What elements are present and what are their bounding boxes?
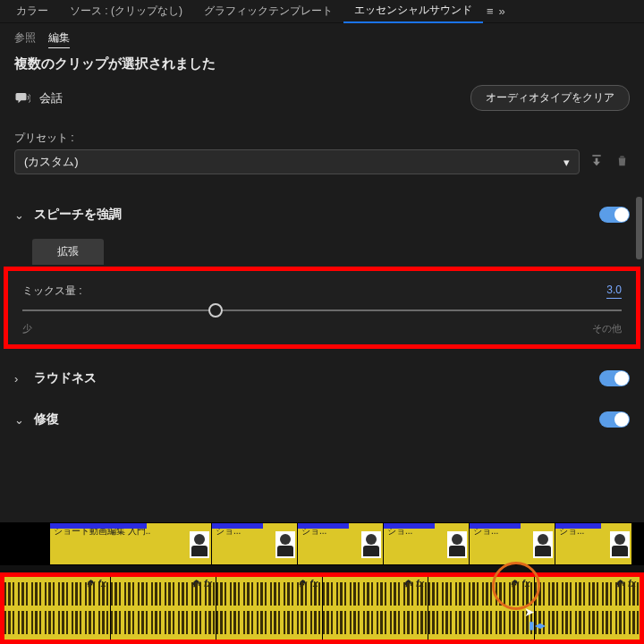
enhance-expand-tab[interactable]: 拡張 bbox=[32, 239, 104, 265]
section-enhance-speech[interactable]: ⌄ スピーチを強調 bbox=[0, 194, 644, 235]
toggle-repair[interactable] bbox=[599, 411, 630, 428]
trim-handle-icon: ▮◂▸ bbox=[529, 619, 546, 631]
clip-thumbnail bbox=[533, 531, 553, 558]
video-clip[interactable]: ショート動画編集 入門.. bbox=[50, 523, 211, 564]
mix-label: ミックス量 : bbox=[22, 284, 82, 299]
section-loudness[interactable]: › ラウドネス bbox=[0, 358, 644, 399]
clip-thumbnail bbox=[447, 531, 467, 558]
section-title-repair: 修復 bbox=[34, 411, 59, 428]
section-title-enhance: スピーチを強調 bbox=[34, 207, 122, 223]
audio-clip[interactable]: 🗣fx bbox=[216, 577, 322, 640]
clip-thumbnail bbox=[361, 531, 381, 558]
mix-amount-panel: ミックス量 : 3.0 少 その他 bbox=[4, 267, 640, 349]
chevron-down-icon: ⌄ bbox=[14, 413, 27, 427]
mix-slider-thumb[interactable] bbox=[208, 303, 223, 318]
mix-min-label: 少 bbox=[22, 322, 32, 335]
clip-thumbnail bbox=[190, 531, 209, 558]
video-clip[interactable]: ショ... bbox=[298, 523, 383, 564]
chevron-down-icon: ▾ bbox=[564, 156, 570, 169]
mix-value[interactable]: 3.0 bbox=[606, 284, 622, 299]
speech-bubble-sound-icon bbox=[14, 90, 30, 106]
tabbar-overflow-icon[interactable]: » bbox=[499, 4, 505, 18]
preset-value: (カスタム) bbox=[24, 154, 79, 170]
subtab-bar: 参照 編集 bbox=[0, 23, 644, 52]
video-track[interactable]: ショート動画編集 入門.. ショ... ショ... ショ... ショ... ショ… bbox=[0, 522, 644, 565]
tab-graphics[interactable]: グラフィックテンプレート bbox=[193, 0, 343, 22]
save-preset-icon[interactable] bbox=[589, 154, 605, 171]
video-clip[interactable]: ショ... bbox=[470, 523, 555, 564]
subtab-browse[interactable]: 参照 bbox=[14, 30, 36, 48]
audio-clip[interactable]: 🗣fx bbox=[428, 577, 534, 640]
audio-clip[interactable]: 🗣fx bbox=[323, 577, 428, 640]
panel-tabbar: カラー ソース : (クリップなし) グラフィックテンプレート エッセンシャルサ… bbox=[0, 0, 644, 23]
audio-track-highlight: 🗣fx 🗣fx 🗣fx 🗣fx 🗣fx 🗣fx bbox=[0, 572, 644, 644]
clip-thumbnail bbox=[275, 531, 295, 558]
section-repair[interactable]: ⌄ 修復 bbox=[0, 399, 644, 440]
mix-max-label: その他 bbox=[592, 322, 622, 335]
audio-type-row: 会話 オーディオタイプをクリア bbox=[0, 81, 644, 114]
audio-type-label: 会話 bbox=[39, 90, 63, 106]
audio-clip[interactable]: 🗣fx bbox=[535, 577, 640, 640]
panel-menu-icon[interactable]: ≡ bbox=[487, 4, 494, 18]
video-clip[interactable]: ショ... bbox=[555, 523, 631, 564]
mix-slider[interactable] bbox=[22, 309, 622, 311]
audio-clip[interactable]: 🗣fx bbox=[111, 577, 216, 640]
clip-thumbnail bbox=[610, 531, 630, 558]
chevron-down-icon: ⌄ bbox=[14, 208, 27, 222]
mouse-cursor-icon: ➤ bbox=[524, 605, 535, 619]
delete-preset-icon[interactable] bbox=[614, 154, 630, 170]
video-clip[interactable]: ショ... bbox=[384, 523, 469, 564]
subtab-edit[interactable]: 編集 bbox=[48, 30, 70, 48]
timeline: ショート動画編集 入門.. ショ... ショ... ショ... ショ... ショ… bbox=[0, 522, 644, 644]
tab-source[interactable]: ソース : (クリップなし) bbox=[59, 0, 193, 22]
toggle-enhance-speech[interactable] bbox=[599, 207, 630, 223]
selection-headline: 複数のクリップが選択されました bbox=[0, 52, 644, 81]
clear-audio-type-button[interactable]: オーディオタイプをクリア bbox=[470, 85, 630, 111]
audio-clip[interactable]: 🗣fx bbox=[4, 577, 110, 640]
preset-label: プリセット : bbox=[0, 114, 644, 149]
panel-scrollbar[interactable] bbox=[636, 197, 642, 259]
preset-row: (カスタム) ▾ bbox=[0, 149, 644, 174]
tab-essential-sound[interactable]: エッセンシャルサウンド bbox=[343, 0, 483, 23]
video-clip[interactable]: ショ... bbox=[212, 523, 297, 564]
tab-color[interactable]: カラー bbox=[5, 0, 59, 22]
preset-select[interactable]: (カスタム) ▾ bbox=[14, 149, 580, 174]
section-title-loudness: ラウドネス bbox=[34, 370, 97, 386]
chevron-right-icon: › bbox=[14, 372, 27, 386]
toggle-loudness[interactable] bbox=[599, 370, 630, 386]
